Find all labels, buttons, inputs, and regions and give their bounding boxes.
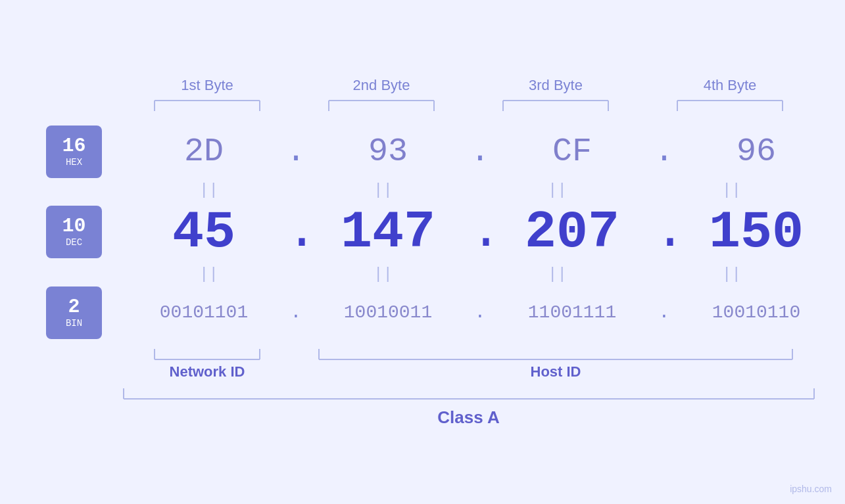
dec-row: 10 DEC 45 . 147 . 207 . 150: [26, 202, 819, 262]
dec-base-label: DEC: [66, 237, 82, 248]
byte-header-1: 1st Byte: [120, 77, 295, 94]
equals-row-2: || || || ||: [26, 265, 819, 283]
eq2-4: ||: [644, 265, 819, 283]
eq-2: ||: [296, 181, 470, 199]
bin-dot-3: .: [654, 304, 674, 322]
dec-val-1: 45: [122, 202, 286, 262]
bin-base-number: 2: [68, 297, 80, 317]
byte-header-4: 4th Byte: [643, 77, 817, 94]
bin-val-1: 00101101: [122, 302, 286, 323]
host-id-label: Host ID: [295, 363, 817, 380]
bin-base-label: BIN: [66, 318, 82, 329]
bin-row: 2 BIN 00101101 . 10010011 . 11001111 . 1…: [26, 286, 819, 339]
bin-dot-1: .: [286, 304, 306, 322]
hex-val-1: 2D: [122, 133, 286, 170]
dec-val-3: 207: [490, 202, 654, 262]
bracket-bottom-host: [295, 348, 817, 361]
bracket-top-3: [469, 99, 643, 112]
dec-base-number: 10: [62, 216, 85, 236]
hex-base-number: 16: [62, 136, 85, 156]
eq2-1: ||: [122, 265, 296, 283]
hex-val-2: 93: [306, 133, 470, 170]
dec-dot-1: .: [286, 206, 306, 258]
dec-badge: 10 DEC: [46, 206, 102, 258]
eq-4: ||: [644, 181, 819, 199]
byte-header-2: 2nd Byte: [295, 77, 469, 94]
dec-val-2: 147: [306, 202, 470, 262]
bracket-top-2: [295, 99, 469, 112]
bin-val-2: 10010011: [306, 302, 470, 323]
hex-dot-1: .: [286, 135, 306, 168]
hex-base-label: HEX: [66, 157, 82, 168]
eq2-2: ||: [296, 265, 470, 283]
labels-row: Network ID Host ID: [26, 363, 819, 380]
dec-dot-3: .: [654, 206, 674, 258]
dec-val-4: 150: [674, 202, 838, 262]
bin-val-4: 10010110: [674, 302, 838, 323]
bracket-top-4: [643, 99, 817, 112]
eq2-3: ||: [470, 265, 644, 283]
eq-1: ||: [122, 181, 296, 199]
hex-val-4: 96: [674, 133, 838, 170]
equals-row-1: || || || ||: [26, 181, 819, 199]
dec-dot-2: .: [470, 206, 490, 258]
eq-3: ||: [470, 181, 644, 199]
bracket-bottom-network: [120, 348, 295, 361]
watermark: ipshu.com: [790, 484, 832, 494]
bin-val-3: 11001111: [490, 302, 654, 323]
hex-row: 16 HEX 2D . 93 . CF . 96: [26, 126, 819, 178]
bin-dot-2: .: [470, 304, 490, 322]
hex-badge: 16 HEX: [46, 126, 102, 178]
hex-dot-2: .: [470, 135, 490, 168]
bracket-top-1: [120, 99, 295, 112]
byte-header-3: 3rd Byte: [469, 77, 643, 94]
bin-badge: 2 BIN: [46, 286, 102, 339]
hex-val-3: CF: [490, 133, 654, 170]
hex-dot-3: .: [654, 135, 674, 168]
network-id-label: Network ID: [120, 363, 295, 380]
class-label: Class A: [120, 407, 817, 428]
class-section: Class A: [26, 387, 819, 428]
